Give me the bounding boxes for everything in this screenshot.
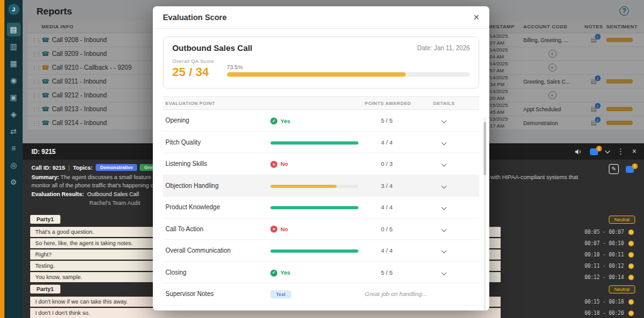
evaluation-table: EVALUATION POINT POINTS AWARDED DETAILS …: [163, 96, 479, 305]
qa-progress-fill: [227, 72, 406, 77]
details-cell: [409, 117, 479, 124]
score-bar: [270, 249, 358, 253]
evaluation-point-name: Opening: [163, 117, 270, 124]
overall-score-value: 25 / 34: [172, 65, 214, 79]
boolean-label: Yes: [280, 270, 291, 276]
overall-score-label: Overall QA Score: [172, 58, 214, 64]
evaluation-point-name: Product Knowledge: [163, 204, 270, 211]
check-icon: ✓: [270, 270, 277, 277]
evaluation-row[interactable]: Listening Skills×No0 / 3: [163, 153, 479, 175]
evaluation-value: [270, 204, 365, 211]
score-card: Outbound Sales Call Date: Jan 11, 2026 O…: [163, 36, 479, 89]
evaluation-point-name: Supervisor Notes: [163, 290, 270, 297]
evaluation-date: Date: Jan 11, 2026: [417, 45, 470, 52]
modal-title: Evaluation Score: [163, 13, 226, 22]
boolean-label: No: [280, 226, 288, 233]
evaluation-value: [270, 139, 365, 146]
details-cell: [409, 182, 479, 189]
evaluation-row[interactable]: Call To Action×No0 / 5: [163, 219, 479, 241]
score-bar: [270, 141, 358, 145]
evaluation-row[interactable]: Overall Communication4 / 4: [163, 240, 479, 262]
chevron-down-icon[interactable]: [441, 140, 447, 145]
details-cell: [409, 160, 479, 167]
evaluation-row[interactable]: Closing✓Yes5 / 5: [163, 262, 479, 284]
text-chip: Text: [270, 290, 291, 299]
points-awarded: 5 / 5: [365, 269, 409, 276]
points-awarded: 4 / 4: [365, 204, 409, 211]
evaluation-row[interactable]: Supervisor NotesTextGreat job on handlin…: [163, 283, 479, 305]
evaluation-value: Text: [270, 290, 365, 297]
evaluation-point-name: Listening Skills: [163, 160, 270, 167]
modal-scrollbar-thumb[interactable]: [484, 122, 486, 175]
evaluation-row[interactable]: Product Knowledge4 / 4: [163, 197, 479, 219]
check-icon: ✓: [270, 118, 277, 124]
points-awarded: 3 / 4: [365, 182, 409, 189]
details-column: DETAILS: [409, 101, 479, 106]
details-cell: [409, 204, 479, 211]
details-cell: [409, 226, 479, 233]
boolean-label: Yes: [280, 118, 291, 124]
evaluation-value: ✓Yes: [270, 117, 365, 125]
details-cell: [409, 269, 479, 276]
modal-header: Evaluation Score ×: [153, 6, 489, 29]
points-awarded: 0 / 3: [365, 160, 409, 167]
overall-score: Overall QA Score 25 / 34: [172, 58, 214, 79]
points-awarded: 5 / 5: [365, 117, 409, 124]
x-icon: ×: [270, 226, 277, 233]
score-bar: [270, 206, 358, 209]
evaluation-rows: Opening✓Yes5 / 5Pitch Quality4 / 4Listen…: [163, 110, 479, 305]
chevron-down-icon[interactable]: [441, 248, 447, 253]
details-cell: [409, 247, 479, 254]
evaluation-point-name: Call To Action: [163, 226, 270, 233]
chevron-down-icon[interactable]: [441, 162, 447, 167]
evaluation-point-name: Objection Handling: [163, 182, 270, 189]
chevron-down-icon[interactable]: [441, 184, 447, 189]
points-awarded-column: POINTS AWARDED: [365, 101, 409, 106]
points-awarded: 4 / 4: [365, 139, 409, 146]
evaluation-point-name: Overall Communication: [163, 247, 270, 254]
supervisor-note: Great job on handling...: [365, 290, 409, 297]
modal-scrollbar[interactable]: [484, 117, 486, 310]
x-icon: ×: [270, 161, 277, 168]
score-bar: [270, 185, 358, 188]
evaluation-score-modal: Evaluation Score × Outbound Sales Call D…: [153, 6, 489, 310]
modal-layer: Evaluation Score × Outbound Sales Call D…: [0, 0, 644, 318]
boolean-label: No: [280, 161, 288, 167]
call-type-title: Outbound Sales Call: [172, 43, 252, 53]
score-percent: 73.5%: [227, 64, 470, 70]
evaluation-point-name: Pitch Quality: [163, 139, 270, 146]
evaluation-row[interactable]: Objection Handling3 / 4: [163, 175, 479, 197]
evaluation-value: [270, 182, 365, 189]
evaluation-point-name: Closing: [163, 269, 270, 276]
app-root: J ▤▥▦◉▣◈⇄≡◎⚙ Reports ? MEDIA INFO TIMEST…: [0, 0, 644, 318]
chevron-down-icon[interactable]: [441, 227, 447, 232]
evaluation-point-column: EVALUATION POINT: [163, 101, 270, 106]
points-awarded: 4 / 4: [365, 247, 409, 254]
points-awarded: 0 / 5: [365, 226, 409, 233]
evaluation-value: [270, 247, 365, 254]
chevron-down-icon[interactable]: [441, 118, 447, 123]
evaluation-value: ×No: [270, 160, 365, 168]
qa-progress-bar: [227, 72, 470, 77]
evaluation-value: ✓Yes: [270, 268, 365, 277]
modal-close-icon[interactable]: ×: [474, 13, 479, 23]
modal-body: Outbound Sales Call Date: Jan 11, 2026 O…: [153, 29, 489, 310]
evaluation-row[interactable]: Pitch Quality4 / 4: [163, 132, 479, 154]
evaluation-value: ×No: [270, 225, 365, 233]
chevron-down-icon[interactable]: [441, 205, 447, 210]
evaluation-row[interactable]: Opening✓Yes5 / 5: [163, 110, 479, 132]
chevron-down-icon[interactable]: [441, 270, 447, 275]
details-cell: [409, 139, 479, 146]
evaluation-table-header: EVALUATION POINT POINTS AWARDED DETAILS: [163, 96, 479, 110]
